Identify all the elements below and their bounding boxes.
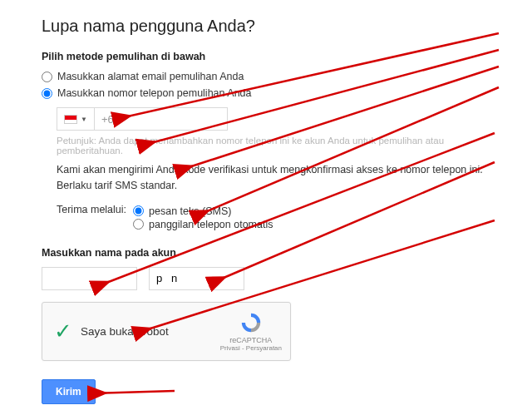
recaptcha-widget[interactable]: ✓ Saya bukan robot reCAPTCHA Privasi - P… <box>42 302 291 361</box>
receive-sms-row[interactable]: pesan teks (SMS) <box>133 205 273 217</box>
recovery-email-radio[interactable] <box>42 72 52 82</box>
last-name-input[interactable] <box>149 267 244 290</box>
phone-hint-text: Petunjuk: Anda dapat menambahkan nomor t… <box>57 136 490 156</box>
recaptcha-links[interactable]: Privasi - Persyaratan <box>220 344 282 352</box>
recovery-email-label: Masukkan alamat email pemulihan Anda <box>57 71 244 82</box>
recaptcha-branding: reCAPTCHA Privasi - Persyaratan <box>220 311 282 352</box>
name-input-row <box>42 267 490 290</box>
receive-call-radio[interactable] <box>133 219 144 230</box>
recovery-method-email-row[interactable]: Masukkan alamat email pemulihan Anda <box>42 71 490 82</box>
receive-sms-radio[interactable] <box>133 205 144 216</box>
flag-indonesia-icon <box>64 115 77 124</box>
chevron-down-icon: ▼ <box>81 116 87 123</box>
recaptcha-icon <box>239 311 263 334</box>
receive-call-label: panggilan telepon otomatis <box>149 219 273 230</box>
country-code-selector[interactable]: ▼ <box>57 107 95 131</box>
phone-input-group: ▼ <box>57 107 490 131</box>
recovery-phone-radio[interactable] <box>42 88 52 99</box>
recovery-phone-label: Masukkan nomor telepon pemulihan Anda <box>57 87 251 99</box>
svg-line-8 <box>91 391 175 393</box>
first-name-input[interactable] <box>42 267 137 290</box>
submit-button[interactable]: Kirim <box>42 379 96 404</box>
receive-via-group: Terima melalui: pesan teks (SMS) panggil… <box>57 204 490 232</box>
phone-number-input[interactable] <box>95 107 228 131</box>
verification-description: Kami akan mengirimi Anda kode verifikasi… <box>57 162 490 194</box>
checkmark-icon: ✓ <box>54 319 72 344</box>
receive-sms-label: pesan teks (SMS) <box>149 205 231 217</box>
receive-via-label: Terima melalui: <box>57 204 126 232</box>
page-title: Lupa nama pengguna Anda? <box>42 17 490 36</box>
recovery-method-title: Pilih metode pemulihan di bawah <box>42 51 490 62</box>
recaptcha-label: Saya bukan robot <box>81 325 220 338</box>
recovery-method-phone-row[interactable]: Masukkan nomor telepon pemulihan Anda <box>42 87 490 99</box>
receive-call-row[interactable]: panggilan telepon otomatis <box>133 219 273 230</box>
account-name-title: Masukkan nama pada akun <box>42 247 490 259</box>
